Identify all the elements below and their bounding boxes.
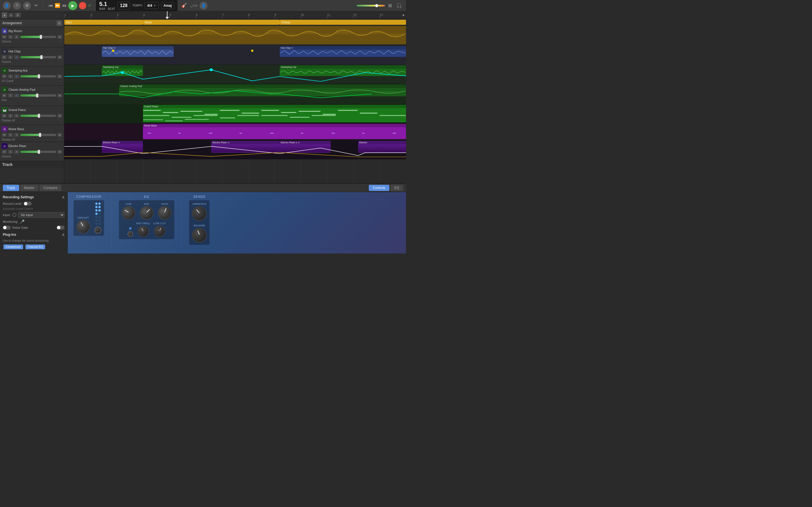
arr-bar-verse[interactable]: Verse [143,20,280,25]
tuner-btn[interactable]: 🎸 [180,2,188,9]
hat-clap-automation[interactable]: A [14,55,19,59]
tab-master[interactable]: Master [20,185,39,191]
hat-clap-clip-1[interactable]: Hat Clap ∞ [102,46,174,57]
electro-riser-mute[interactable]: M [2,150,7,154]
settings-btn[interactable]: ⚙ [23,2,31,10]
big-room-solo[interactable]: S [8,35,13,39]
input-icon[interactable] [12,213,16,217]
analog-pad-pan[interactable]: ⊕ [57,94,62,98]
hat-clap-lane[interactable]: Hat Clap ∞ Hat Clap ∞ [64,46,406,65]
grand-piano-lane[interactable]: Grand Piano [64,104,406,123]
electro-riser-clip-1[interactable]: Electro Riser ∞ [102,141,143,153]
big-room-mute[interactable]: M [2,35,7,39]
low-knob[interactable] [122,206,135,220]
sweeping-arp-clip-2[interactable]: Sweeping Arp [280,65,406,76]
big-room-lane[interactable] [64,25,406,46]
electro-riser-clip-2[interactable]: Electro Riser ∞ [211,141,280,153]
analog-pad-clip-1[interactable]: Classic Analog Pad [119,84,406,96]
fast-forward-btn[interactable]: ⏩ [55,3,60,8]
time-sig-display[interactable]: 4/4 ▼ [145,2,159,9]
analog-pad-mute[interactable]: M [2,94,7,98]
account-btn[interactable]: 👤 [3,2,11,10]
mid-freq-knob[interactable] [138,226,149,237]
sweeping-arp-fader[interactable] [20,75,56,77]
hat-clap-clip-2[interactable]: Hat Clap ∞ [280,46,406,57]
hat-clap-fader[interactable] [20,56,56,58]
eq-low-jack[interactable] [128,231,133,237]
noise-bass-lane[interactable]: Noise Bass [64,123,406,140]
mid-knob[interactable] [140,206,153,220]
tempo-display[interactable]: 128 [117,2,130,10]
list-btn[interactable]: ☰ [15,13,21,17]
arr-bar-chorus[interactable]: Chorus [280,20,406,25]
tracks-canvas[interactable]: Intro Verse Chorus [64,19,406,183]
sweeping-arp-solo[interactable]: S [8,74,13,78]
analog-pad-lane[interactable]: Classic Analog Pad [64,84,406,104]
arr-bar-intro[interactable]: Intro [64,20,143,25]
reverb-knob[interactable] [192,228,207,242]
analog-pad-solo[interactable]: S [8,94,13,98]
tab-eq[interactable]: EQ [391,185,403,191]
user-profile-btn[interactable]: 👤 [200,2,207,10]
sweeping-arp-clip-1[interactable]: Sweeping Arp [102,65,143,76]
position-display[interactable]: 5.1 BAR BEAT 128 TEMPO 4/4 ▼ Amaj [96,0,178,12]
electro-riser-fader[interactable] [20,151,56,153]
electro-riser-solo[interactable]: S [8,150,13,154]
analog-pad-automation[interactable]: A [14,94,19,98]
noise-bass-fader[interactable] [20,134,56,136]
master-volume-slider[interactable] [357,5,385,6]
analog-pad-fader[interactable] [20,94,56,97]
add-track-btn[interactable]: + [2,12,7,18]
fullscreen-btn[interactable]: ⊞ [387,2,393,9]
grand-piano-solo[interactable]: S [8,114,13,118]
rewind-btn[interactable]: ⏮ [49,3,53,8]
go-to-start-btn[interactable]: ⏮ [62,3,66,8]
noise-bass-solo[interactable]: S [8,133,13,137]
ambience-knob[interactable] [192,206,207,221]
noise-bass-pan[interactable]: ⊕ [57,133,62,137]
noise-gate-toggle-2[interactable] [57,226,64,230]
grand-piano-fader[interactable] [20,115,56,117]
grand-piano-clip[interactable]: Grand Piano [143,105,406,122]
tab-track[interactable]: Track [3,185,19,191]
noise-bass-automation[interactable]: A [14,133,19,137]
electro-riser-pan[interactable]: ⊕ [57,150,62,154]
record-btn[interactable] [79,2,86,9]
tab-compare[interactable]: Compare [40,185,61,191]
comp-jack[interactable] [94,227,101,233]
big-room-clip[interactable] [64,26,406,44]
electro-riser-lane[interactable]: Electro Riser ∞ Electro Riser ∞ Electro … [64,140,406,159]
record-level-toggle[interactable] [24,202,32,206]
play-btn[interactable]: ▶ [68,1,77,10]
tab-controls[interactable]: Controls [369,185,389,191]
big-room-pan[interactable]: ⊕ [57,35,62,39]
recording-settings-collapse[interactable]: ∧ [62,195,64,200]
monitoring-icon[interactable]: 🎤 [20,219,24,224]
noise-bass-mute[interactable]: M [2,133,7,137]
noise-gate-toggle[interactable] [3,226,11,230]
grand-piano-pan[interactable]: ⊕ [57,114,62,118]
plugins-collapse[interactable]: ∧ [62,232,64,237]
sweeping-arp-lane[interactable]: Sweeping Arp Sweeping Arp [64,65,406,84]
low-cut-knob[interactable] [154,226,165,237]
sweeping-arp-automation[interactable]: A [14,74,19,78]
high-knob[interactable] [158,206,171,220]
hat-clap-pan[interactable]: ⊕ [57,55,62,59]
arrangement-add-btn[interactable]: + [57,20,62,25]
key-display[interactable]: Amaj [161,2,174,9]
electro-riser-clip-3[interactable]: Electro Riser.1 ∞ [280,141,331,153]
big-room-automation[interactable]: A [14,35,19,39]
plugin-channel-eq[interactable]: Channel EQ [26,244,45,249]
cycle-btn[interactable]: ↺ [88,3,91,8]
noise-bass-clip[interactable]: Noise Bass [143,124,406,139]
amount-knob[interactable] [77,220,90,233]
electro-riser-automation[interactable]: A [14,150,19,154]
scissors-btn[interactable]: ✂ [33,2,39,9]
plugin-compressor[interactable]: Compressor [3,244,23,249]
input-select[interactable]: No Input [18,212,64,218]
sweeping-arp-mute[interactable]: M [2,74,7,78]
help-btn[interactable]: ? [13,2,21,10]
electro-riser-clip-4[interactable]: Electro [358,141,406,153]
sweeping-arp-pan[interactable]: ⊕ [57,74,62,78]
big-room-fader[interactable] [20,36,56,38]
